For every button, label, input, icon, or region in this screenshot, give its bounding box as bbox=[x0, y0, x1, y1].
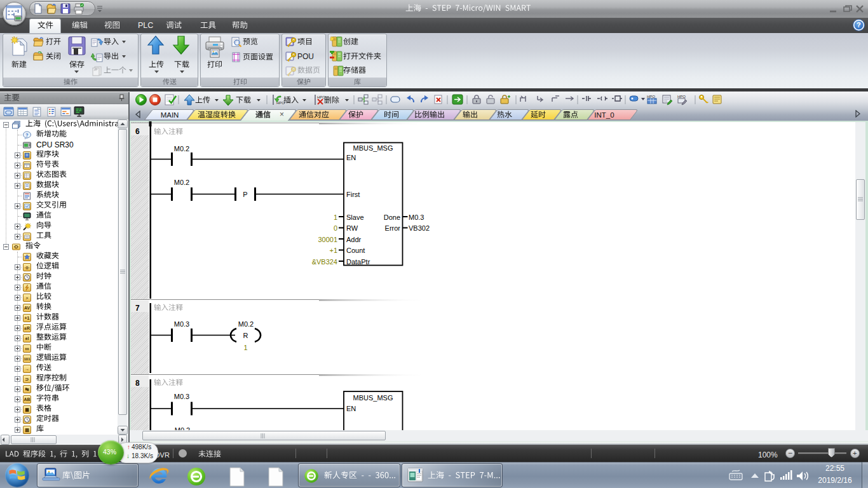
svg-text:M0.2: M0.2 bbox=[238, 320, 254, 328]
svg-text:+1: +1 bbox=[25, 316, 30, 320]
svg-text:M0.3: M0.3 bbox=[174, 320, 189, 328]
svg-text:HPO: HPO bbox=[647, 95, 655, 98]
svg-text:7: 7 bbox=[135, 304, 140, 313]
svg-text:DataPtr: DataPtr bbox=[346, 258, 370, 266]
svg-text:1: 1 bbox=[334, 214, 337, 221]
svg-text:30001: 30001 bbox=[318, 236, 337, 243]
svg-text:-||-: -||- bbox=[25, 266, 29, 269]
svg-text:±I: ±I bbox=[25, 336, 29, 341]
svg-text:±R: ±R bbox=[24, 326, 30, 330]
svg-text:Done: Done bbox=[384, 214, 400, 221]
svg-text:101: 101 bbox=[24, 357, 31, 361]
svg-text:R: R bbox=[243, 332, 248, 339]
svg-text:P: P bbox=[243, 191, 247, 198]
svg-text:M0.3: M0.3 bbox=[174, 393, 189, 400]
svg-text:Error: Error bbox=[385, 224, 401, 232]
svg-text:+1: +1 bbox=[329, 247, 337, 254]
svg-text:VB302: VB302 bbox=[409, 224, 430, 232]
svg-text:▦: ▦ bbox=[25, 407, 29, 412]
svg-text:Count: Count bbox=[346, 247, 365, 254]
svg-text:MBUS_MSG: MBUS_MSG bbox=[353, 394, 393, 402]
svg-text:?: ? bbox=[25, 133, 28, 137]
svg-text:RW: RW bbox=[346, 224, 358, 232]
svg-text:First: First bbox=[346, 191, 360, 198]
svg-text:MBUS_MSG: MBUS_MSG bbox=[353, 144, 393, 152]
svg-text:Slave: Slave bbox=[346, 214, 364, 221]
svg-text:M0.2: M0.2 bbox=[174, 179, 189, 186]
svg-text:Addr: Addr bbox=[346, 236, 362, 243]
svg-text:AB: AB bbox=[24, 397, 30, 402]
svg-text:>: > bbox=[26, 296, 29, 300]
svg-text:▤: ▤ bbox=[25, 428, 29, 432]
svg-text:8: 8 bbox=[135, 379, 140, 388]
svg-text:HPO: HPO bbox=[677, 95, 686, 98]
svg-text:EN: EN bbox=[346, 154, 356, 161]
svg-text:ttt: ttt bbox=[25, 347, 29, 351]
svg-text:M0.2: M0.2 bbox=[174, 145, 189, 152]
svg-text:⊃: ⊃ bbox=[25, 377, 29, 381]
svg-text:AV: AV bbox=[24, 306, 31, 310]
svg-text:0: 0 bbox=[334, 224, 337, 232]
svg-text:&VB324: &VB324 bbox=[312, 258, 337, 266]
svg-text:→: → bbox=[25, 367, 29, 371]
svg-text:EN: EN bbox=[346, 405, 356, 412]
svg-text:M0.3: M0.3 bbox=[409, 214, 424, 221]
svg-text:↹: ↹ bbox=[25, 387, 29, 391]
svg-text:1: 1 bbox=[243, 344, 247, 351]
svg-text:6: 6 bbox=[135, 127, 140, 136]
